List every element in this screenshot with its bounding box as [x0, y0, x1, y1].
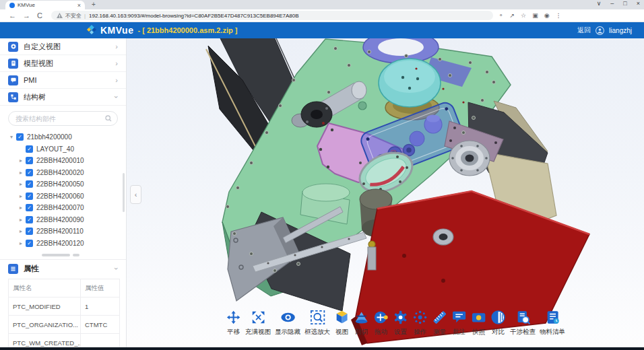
tree-checkbox[interactable]: ✓: [26, 228, 33, 235]
address-bar[interactable]: 不安全 | 192.168.40.163:9093/#/model-browsi…: [51, 11, 493, 20]
reading-list-icon[interactable]: ▣: [532, 12, 538, 19]
tree-caret-icon[interactable]: ▸: [18, 240, 24, 246]
profile-avatar-icon[interactable]: ◉: [544, 12, 550, 19]
window-dropdown-icon[interactable]: ∨: [597, 0, 602, 7]
back-icon[interactable]: ←: [9, 11, 16, 20]
password-key-icon[interactable]: ⚬: [498, 12, 504, 19]
tool-operate[interactable]: 操作: [412, 310, 428, 337]
vertical-scrollbar[interactable]: [123, 173, 125, 212]
browser-menu-icon[interactable]: ⋮: [556, 12, 562, 19]
tree-caret-icon[interactable]: ▾: [8, 134, 15, 140]
tree-item[interactable]: ▸✓22BBH4200110: [0, 225, 126, 238]
app-logo: KMVue - [ 21bbh4200000.asm.2.zip ]: [86, 25, 237, 36]
horizontal-scrollbar-segment[interactable]: [73, 254, 79, 256]
search-input[interactable]: [14, 114, 105, 123]
structure-search-box[interactable]: [8, 111, 118, 126]
window-close-icon[interactable]: ×: [637, 0, 640, 7]
sidebar-panel-pmi[interactable]: PMI›: [0, 72, 126, 89]
tree-item[interactable]: ▸✓22BBH4200120: [0, 238, 126, 250]
tree-checkbox[interactable]: ✓: [16, 133, 24, 141]
tree-caret-icon[interactable]: ▸: [18, 170, 24, 176]
tree-checkbox[interactable]: ✓: [26, 169, 33, 176]
panel-label: 自定义视图: [24, 42, 115, 52]
tool-bom[interactable]: 物料清单: [540, 310, 565, 337]
tree-caret-icon[interactable]: ▸: [18, 217, 24, 223]
tree-caret-icon[interactable]: ▸: [18, 205, 24, 211]
horizontal-scrollbar[interactable]: [42, 254, 70, 256]
tab-title: KMVue: [18, 2, 75, 8]
tree-item[interactable]: ▸✓22BBH4200060: [0, 190, 126, 203]
tree-checkbox[interactable]: ✓: [26, 204, 33, 211]
tool-fit-view[interactable]: 充满视图: [245, 310, 271, 337]
search-icon: [105, 115, 112, 122]
tree-caret-icon[interactable]: ▸: [18, 228, 24, 234]
new-tab-button[interactable]: +: [92, 1, 96, 8]
custom-view-icon: [8, 42, 18, 52]
tool-compare[interactable]: 对比: [490, 310, 506, 337]
properties-header[interactable]: 属性 ›: [0, 260, 126, 277]
tree-item[interactable]: ▸✓22BBH4200050: [0, 178, 126, 190]
tool-label: 视图: [335, 328, 348, 337]
cad-model[interactable]: [127, 38, 644, 347]
bookmark-star-icon[interactable]: ☆: [521, 12, 526, 19]
tree-checkbox[interactable]: ✓: [26, 180, 33, 188]
tool-label: 物料清单: [540, 328, 565, 337]
tool-show-hide[interactable]: 显示隐藏: [275, 310, 300, 337]
annotate-icon: [451, 310, 467, 325]
sidebar: 自定义视图›模型视图›PMI›结构树› ▾✓21bbh4200000✓LAYOU…: [0, 38, 127, 347]
drag-icon: [373, 310, 389, 325]
tree-item[interactable]: ✓LAYOUT_40: [0, 143, 126, 155]
sidebar-panel-structure-tree[interactable]: 结构树›: [0, 89, 126, 106]
tool-drag[interactable]: 拖动: [373, 310, 389, 337]
share-icon[interactable]: ↗: [510, 12, 515, 19]
property-name: PTC_WM_CREATED_...: [9, 334, 81, 348]
window-restore-icon[interactable]: □: [623, 0, 626, 7]
chevron-right-icon: ›: [115, 76, 118, 84]
tree-caret-icon[interactable]: ▸: [18, 181, 24, 187]
tree-item[interactable]: ▸✓22BBH4200070: [0, 202, 126, 214]
forward-icon[interactable]: →: [23, 11, 30, 20]
tool-view-cube[interactable]: 视图: [334, 310, 350, 337]
tree-item[interactable]: ▸✓22BBH4200090: [0, 214, 126, 226]
tree-caret-icon[interactable]: ▸: [18, 158, 24, 164]
property-name: PTC_ORGANIZATIO...: [9, 316, 81, 334]
tree-checkbox[interactable]: ✓: [26, 193, 33, 200]
column-header-value: 属性值: [81, 279, 120, 298]
sidebar-panel-model-view[interactable]: 模型视图›: [0, 55, 126, 72]
tree-item-label: 22BBH4200060: [36, 193, 84, 200]
tool-box-zoom[interactable]: 框选放大: [304, 310, 330, 337]
sidebar-collapse-button[interactable]: ‹: [130, 185, 141, 204]
panel-label: 结构树: [24, 92, 115, 102]
model-viewport[interactable]: ‹ 平移充满视图显示隐藏框选放大视图剖切拖动设置操作测量批注快照对比干涉检查物料…: [127, 38, 644, 347]
snapshot-icon: [471, 310, 486, 325]
tree-checkbox[interactable]: ✓: [26, 216, 33, 223]
window-minimize-icon[interactable]: –: [610, 0, 614, 7]
browser-tab[interactable]: KMVue ×: [5, 1, 85, 9]
not-secure-warning-icon: [57, 13, 63, 18]
settings-icon: [393, 310, 408, 325]
property-value: 1: [81, 298, 120, 316]
tool-measure[interactable]: 测量: [432, 310, 447, 337]
tool-section[interactable]: 剖切: [354, 310, 369, 337]
tool-interference-check[interactable]: 干涉检查: [510, 310, 536, 337]
pmi-icon: [8, 75, 18, 85]
reload-icon[interactable]: C: [37, 11, 42, 20]
tree-checkbox[interactable]: ✓: [26, 145, 33, 153]
tool-annotate[interactable]: 批注: [451, 310, 467, 337]
tool-settings[interactable]: 设置: [393, 310, 408, 337]
tool-label: 平移: [227, 328, 240, 337]
tree-caret-icon[interactable]: ▸: [18, 193, 24, 199]
tree-checkbox[interactable]: ✓: [26, 240, 33, 247]
tree-item[interactable]: ▸✓22BBH4200020: [0, 167, 126, 179]
tree-item[interactable]: ▸✓22BBH4200010: [0, 155, 126, 167]
header-back-button[interactable]: 返回: [577, 26, 591, 35]
sidebar-panel-custom-view[interactable]: 自定义视图›: [0, 38, 126, 55]
tree-item[interactable]: ▾✓21bbh4200000: [0, 131, 126, 143]
tree-checkbox[interactable]: ✓: [26, 157, 33, 164]
compare-icon: [490, 310, 506, 325]
tab-close-icon[interactable]: ×: [77, 2, 81, 9]
tree-item-label: 22BBH4200120: [36, 240, 84, 247]
tool-pan[interactable]: 平移: [226, 310, 241, 337]
tool-snapshot[interactable]: 快照: [471, 310, 486, 337]
tool-label: 操作: [414, 328, 426, 337]
